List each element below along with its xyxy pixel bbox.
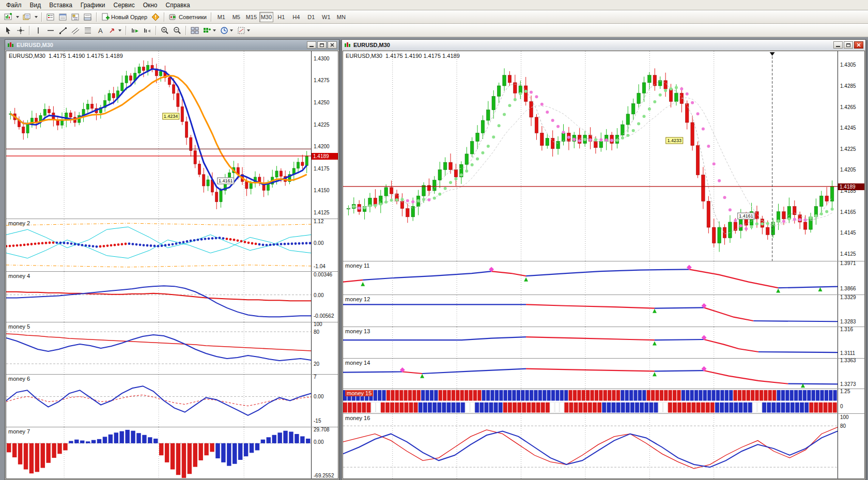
left-pane-money7[interactable]: money 7 29.7080.00-69.2552 <box>6 427 338 479</box>
chart-icon <box>344 42 351 48</box>
trendline-button[interactable] <box>57 25 69 36</box>
right-price-axis[interactable]: 1.43051.42851.42651.42451.42251.42051.41… <box>838 51 864 261</box>
right-minimize-button[interactable] <box>833 41 843 49</box>
timeframe-m30[interactable]: M30 <box>259 12 273 22</box>
menu-help[interactable]: Справка <box>162 1 194 10</box>
indicator-chart[interactable] <box>6 322 311 374</box>
tile-windows-button[interactable] <box>189 25 201 36</box>
left-pane-money6[interactable]: money 6 70.00-15 <box>6 374 338 427</box>
autotrading-alert-button[interactable] <box>149 11 162 23</box>
timeframe-mn[interactable]: MN <box>334 12 348 22</box>
zoom-in-button[interactable] <box>159 25 171 36</box>
indicator-chart[interactable] <box>6 427 311 479</box>
text-button[interactable]: A <box>94 25 106 36</box>
indicator-chart[interactable] <box>343 261 838 295</box>
fibonacci-button[interactable] <box>82 25 94 36</box>
cursor-button[interactable] <box>2 25 14 36</box>
axis-label: 1.4245 <box>840 125 856 131</box>
right-window-titlebar[interactable]: EURUSD,M30 <box>342 40 865 50</box>
timeframe-d1[interactable]: D1 <box>304 12 318 22</box>
right-restore-button[interactable] <box>844 41 853 49</box>
menu-insert[interactable]: Вставка <box>45 1 76 10</box>
equidistant-channel-button[interactable] <box>69 25 82 36</box>
indicator-axis[interactable]: 70.00-15 <box>311 375 338 427</box>
menu-charts[interactable]: Графики <box>76 1 110 10</box>
profiles-dropdown[interactable] <box>33 11 39 23</box>
indicator-axis[interactable]: 0.003460.00-0.00562 <box>311 272 338 322</box>
horizontal-line-button[interactable] <box>44 25 57 36</box>
arrow-tools-dropdown[interactable] <box>106 25 123 36</box>
right-pane-money12[interactable]: money 12 1.33291.3283 <box>343 295 864 327</box>
timeframe-h1[interactable]: H1 <box>274 12 288 22</box>
chart-window-right[interactable]: EURUSD,M30 EURUSD,M30 1.4175 1.4190 1.41… <box>342 39 866 480</box>
right-pane-money14[interactable]: money 14 1.33631.3273 <box>343 358 864 389</box>
new-chart-dropdown[interactable] <box>14 11 21 23</box>
periods-dropdown[interactable] <box>218 25 235 36</box>
left-minimize-button[interactable] <box>307 41 316 49</box>
indicator-axis[interactable]: 1.250 <box>838 389 864 413</box>
menu-file[interactable]: Файл <box>2 1 26 10</box>
right-pane-money16[interactable]: money 16 10080 <box>343 413 864 479</box>
price-tag[interactable]: 1.4234 <box>162 113 180 120</box>
right-price-pane[interactable]: EURUSD,M30 1.4175 1.4190 1.4175 1.4189 1… <box>343 51 864 261</box>
expert-advisors-button[interactable]: Советники <box>167 11 209 23</box>
left-window-titlebar[interactable]: EURUSD,M30 <box>5 40 339 50</box>
menu-view[interactable]: Вид <box>26 1 45 10</box>
right-pane-money13[interactable]: money 13 1.3161.3111 <box>343 327 864 358</box>
timeframe-m1[interactable]: M1 <box>214 12 228 22</box>
right-pane-money11[interactable]: money 11 1.39711.3866 <box>343 261 864 295</box>
indicator-axis[interactable]: 1008020 <box>311 322 338 374</box>
right-close-button[interactable] <box>854 41 863 49</box>
menu-window[interactable]: Окно <box>139 1 162 10</box>
market-watch-button[interactable] <box>44 11 57 23</box>
new-order-button[interactable]: Новый Ордер <box>99 11 149 23</box>
templates-dropdown[interactable] <box>235 25 252 36</box>
navigator-button[interactable] <box>69 11 82 23</box>
new-chart-button[interactable] <box>2 11 14 23</box>
left-price-chart[interactable] <box>6 51 311 219</box>
timeframe-m15[interactable]: M15 <box>244 12 258 22</box>
indicator-chart[interactable] <box>343 327 838 358</box>
left-price-pane[interactable]: EURUSD,M30 1.4175 1.4190 1.4175 1.4189 1… <box>6 51 338 219</box>
menu-tools[interactable]: Сервис <box>110 1 139 10</box>
indicator-axis[interactable]: 1.33291.3283 <box>838 295 864 327</box>
chart-shift-button[interactable] <box>141 25 153 36</box>
price-tag[interactable]: 1.4161 <box>217 177 235 184</box>
indicator-chart[interactable] <box>343 295 838 327</box>
vertical-line-button[interactable] <box>32 25 44 36</box>
indicator-chart[interactable] <box>343 414 838 479</box>
indicator-axis[interactable]: 1.120.00-1.04 <box>311 219 338 271</box>
right-price-chart[interactable] <box>343 51 838 261</box>
indicator-axis[interactable]: 1.39711.3866 <box>838 261 864 295</box>
navigator-icon <box>71 13 80 21</box>
timeframe-h4[interactable]: H4 <box>289 12 303 22</box>
data-window-button[interactable] <box>57 11 69 23</box>
left-close-button[interactable] <box>328 41 337 49</box>
indicator-chart[interactable] <box>6 375 311 427</box>
right-pane-money15[interactable]: money 15 1.250 <box>343 389 864 413</box>
indicator-axis[interactable]: 10080 <box>838 414 864 479</box>
left-pane-money5[interactable]: money 5 1008020 <box>6 322 338 374</box>
indicator-chart[interactable] <box>343 359 838 389</box>
left-pane-money4[interactable]: money 4 0.003460.00-0.00562 <box>6 271 338 322</box>
indicator-chart[interactable] <box>6 272 311 322</box>
timeframe-w1[interactable]: W1 <box>319 12 333 22</box>
price-tag[interactable]: 1.4161 <box>737 212 755 219</box>
indicator-chart[interactable] <box>343 389 838 413</box>
zoom-out-button[interactable] <box>171 25 183 36</box>
left-pane-money2[interactable]: money 2 1.120.00-1.04 <box>6 219 338 271</box>
indicators-dropdown[interactable] <box>201 25 218 36</box>
chart-window-left[interactable]: EURUSD,M30 EURUSD,M30 1.4175 1.4190 1.41… <box>5 39 339 480</box>
profiles-button[interactable] <box>21 11 33 23</box>
auto-scroll-button[interactable] <box>129 25 141 36</box>
indicator-axis[interactable]: 29.7080.00-69.2552 <box>311 427 338 479</box>
timeframe-m5[interactable]: M5 <box>229 12 243 22</box>
left-price-axis[interactable]: 1.43001.42751.42501.42251.42001.41751.41… <box>311 51 338 219</box>
terminal-button[interactable] <box>82 11 94 23</box>
crosshair-button[interactable] <box>14 25 27 36</box>
price-tag[interactable]: 1.4233 <box>665 137 683 144</box>
indicator-axis[interactable]: 1.33631.3273 <box>838 359 864 389</box>
left-maximize-button[interactable] <box>317 41 327 49</box>
indicator-chart[interactable] <box>6 219 311 271</box>
indicator-axis[interactable]: 1.3161.3111 <box>838 327 864 358</box>
